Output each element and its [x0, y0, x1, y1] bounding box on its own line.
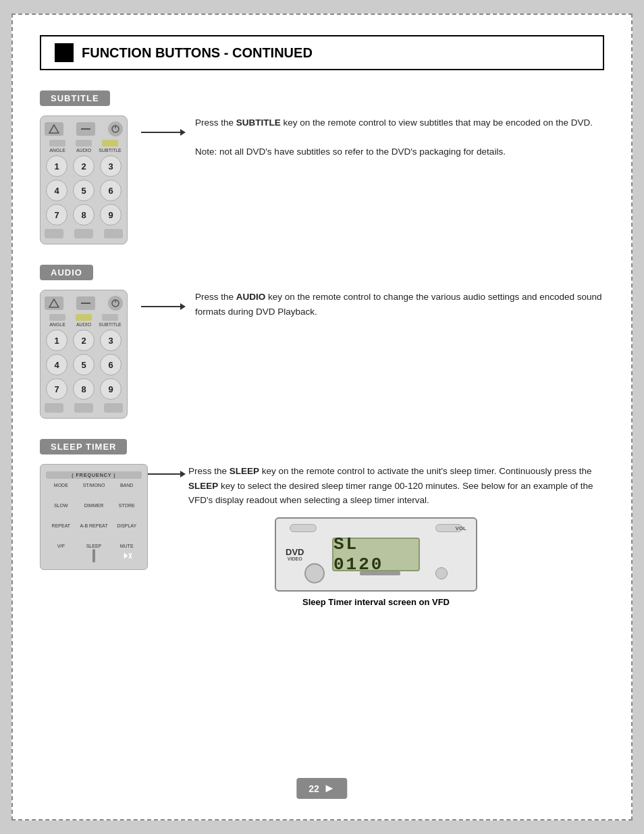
sleep-label: SLEEP TIMER [40, 439, 127, 454]
subtitle-section: SUBTITLE ANGLE AUDIO [40, 90, 604, 244]
audio-angle-label: ANGLE [45, 314, 70, 327]
audio-num-6[interactable]: 6 [100, 354, 122, 375]
subtitle-text: Press the SUBTITLE key on the remote con… [195, 115, 604, 159]
vp-label: V/P [57, 544, 65, 548]
store-cell: STORE [111, 503, 142, 522]
dvd-text: DVD [286, 548, 304, 556]
vfd-vents [276, 524, 476, 532]
num-9[interactable]: 9 [100, 204, 122, 226]
audio-subtitle-label: SUBTITLE [97, 314, 123, 327]
sleep-paragraph: Press the SLEEP key on the remote contro… [188, 464, 604, 508]
mute-cell: MUTE [111, 544, 142, 563]
bottom-btn-2[interactable] [74, 229, 93, 238]
audio-num-2[interactable]: 2 [73, 330, 95, 351]
audio-dash-btn[interactable] [76, 296, 95, 310]
angle-label: ANGLE [45, 140, 70, 153]
subtitle-label: SUBTITLE [40, 90, 110, 106]
num-4[interactable]: 4 [46, 180, 68, 201]
subtitle-body: ANGLE AUDIO SUBTITLE 1 2 3 4 5 6 7 8 9 [40, 115, 604, 244]
subtitle-connector [141, 115, 182, 133]
subtitle-paragraph1: Press the SUBTITLE key on the remote con… [195, 115, 604, 130]
audio-bottom-btn-3[interactable] [104, 403, 123, 413]
repeat-label: REPEAT [52, 523, 71, 528]
audio-bottom-btn-2[interactable] [74, 403, 93, 413]
svg-marker-6 [124, 553, 128, 558]
sleep-key-btn[interactable] [92, 549, 95, 563]
display-label: DISPLAY [117, 523, 136, 528]
audio-paragraph: Press the AUDIO key on the remote contro… [195, 290, 604, 319]
vfd-disc-circle [304, 563, 325, 583]
ab-repeat-label: A-B REPEAT [80, 523, 107, 528]
title-text: FUNCTION BUTTONS - CONTINUED [82, 45, 313, 61]
slow-cell: SLOW [46, 503, 76, 522]
sleep-body: ( FREQUENCY ) MODE ST/MONO BAND [40, 464, 604, 607]
audio-num-3[interactable]: 3 [100, 330, 122, 351]
store-label: STORE [119, 503, 135, 508]
num-6[interactable]: 6 [100, 180, 122, 201]
display-cell: DISPLAY [111, 523, 142, 542]
dimmer-cell: DIMMER [79, 503, 109, 522]
audio-remote-bottom-row [45, 403, 123, 413]
audio-section: AUDIO ANGLE AUDIO S [40, 265, 604, 419]
vfd-bottom-controls [276, 563, 476, 583]
page: FUNCTION BUTTONS - CONTINUED SUBTITLE [11, 14, 633, 820]
remote-label-row: ANGLE AUDIO SUBTITLE [45, 140, 123, 153]
num-7[interactable]: 7 [46, 204, 68, 226]
audio-numeric-grid: 1 2 3 4 5 6 7 8 9 [45, 330, 123, 400]
vfd-box: VOL DVD VIDEO SL 0120 [275, 517, 477, 592]
sleep-remote-row1: MODE ST/MONO BAND [46, 483, 142, 502]
title-decoration [55, 43, 74, 62]
num-1[interactable]: 1 [46, 155, 68, 177]
sleep-text-area: Press the SLEEP key on the remote contro… [148, 464, 604, 508]
sleep-remote-row4: V/P SLEEP MUTE [46, 544, 142, 563]
vp-cell: V/P [46, 544, 76, 563]
audio-bottom-btn-1[interactable] [45, 403, 63, 413]
audio-label-header: AUDIO [40, 265, 93, 280]
bottom-btn-1[interactable] [45, 229, 63, 238]
audio-num-5[interactable]: 5 [73, 354, 95, 375]
num-2[interactable]: 2 [73, 155, 95, 177]
sleep-btn-cell: SLEEP [79, 544, 109, 563]
audio-num-1[interactable]: 1 [46, 330, 68, 351]
slow-label: SLOW [54, 503, 68, 508]
angle-btn[interactable] [45, 122, 63, 136]
dash-btn[interactable] [76, 122, 95, 136]
vfd-knob [435, 567, 448, 579]
num-5[interactable]: 5 [73, 180, 95, 201]
vfd-dvd-logo: DVD VIDEO [286, 548, 304, 561]
audio-remote-top-row [45, 296, 123, 311]
vfd-vol-label: VOL [456, 525, 466, 531]
num-3[interactable]: 3 [100, 155, 122, 177]
subtitle-key-label: SUBTITLE [97, 140, 123, 153]
audio-num-4[interactable]: 4 [46, 354, 68, 375]
audio-num-9[interactable]: 9 [100, 378, 122, 400]
stmono-cell: ST/MONO [79, 483, 109, 502]
subtitle-paragraph2: Note: not all DVD's have subtitles so re… [195, 145, 604, 159]
mode-cell: MODE [46, 483, 76, 502]
bottom-btn-3[interactable] [104, 229, 123, 238]
subtitle-remote: ANGLE AUDIO SUBTITLE 1 2 3 4 5 6 7 8 9 [40, 115, 128, 244]
page-number-text: 22 [308, 783, 319, 794]
mode-label: MODE [54, 483, 68, 488]
vfd-slot [360, 571, 400, 575]
subtitle-key-strong: SUBTITLE [236, 118, 281, 128]
remote-top-row [45, 122, 123, 136]
page-arrow-icon: ► [323, 781, 336, 796]
audio-remote-label-row: ANGLE AUDIO SUBTITLE [45, 314, 123, 327]
subtitle-arrow [141, 132, 182, 133]
audio-power-btn[interactable] [108, 296, 123, 311]
dvd-sub-text: VIDEO [288, 556, 302, 561]
audio-body: ANGLE AUDIO SUBTITLE 1 2 3 4 5 6 7 8 9 [40, 290, 604, 419]
audio-text: Press the AUDIO key on the remote contro… [195, 290, 604, 319]
audio-num-8[interactable]: 8 [73, 378, 95, 400]
power-btn[interactable] [108, 122, 123, 136]
sleep-key-strong1: SLEEP [230, 466, 259, 476]
audio-num-7[interactable]: 7 [46, 378, 68, 400]
num-8[interactable]: 8 [73, 204, 95, 226]
audio-angle-btn[interactable] [45, 296, 63, 310]
repeat-cell: REPEAT [46, 523, 76, 542]
numeric-grid: 1 2 3 4 5 6 7 8 9 [45, 155, 123, 226]
vfd-caption: Sleep Timer interval screen on VFD [302, 597, 450, 607]
mute-label: MUTE [120, 544, 134, 548]
audio-connector [141, 290, 182, 307]
